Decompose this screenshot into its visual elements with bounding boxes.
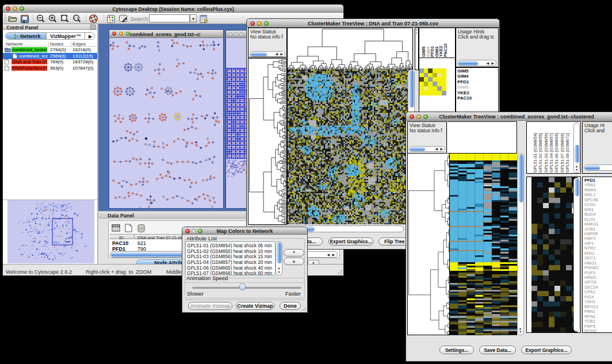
svg-text:1:1: 1:1: [74, 16, 78, 20]
